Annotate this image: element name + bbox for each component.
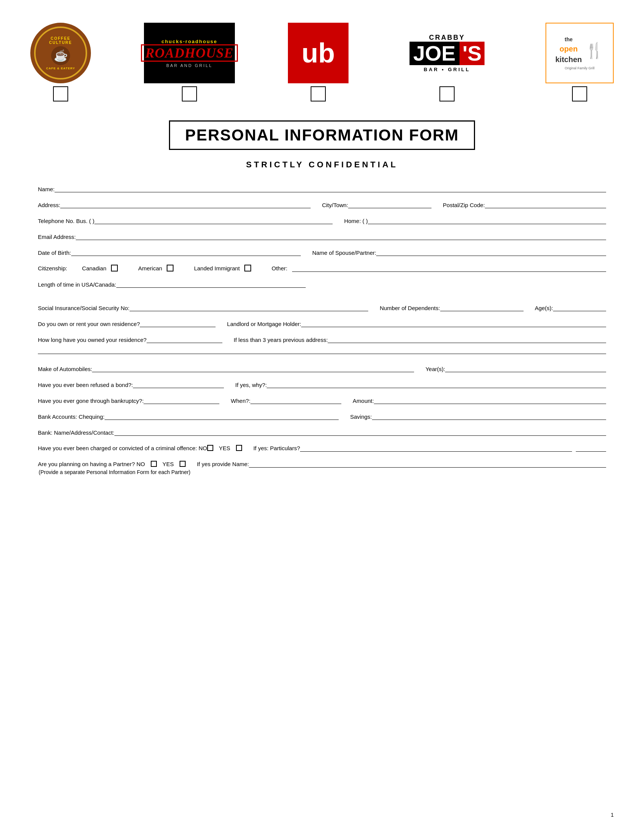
kitchen-kitchen: kitchen [555, 54, 582, 65]
email-label: Email Address: [38, 234, 76, 240]
spouse-field[interactable] [376, 248, 606, 256]
partner-name-field[interactable] [249, 460, 606, 468]
citizenship-label: Citizenship: [38, 265, 68, 272]
bankruptcy-field[interactable] [143, 396, 219, 404]
canadian-checkbox[interactable] [111, 265, 118, 272]
home-label: Home: ( ) [344, 218, 368, 224]
partner-yes-checkbox[interactable] [180, 461, 186, 467]
dob-row: Date of Birth: Name of Spouse/Partner: [38, 248, 606, 256]
landlord-label: Landlord or Mortgage Holder: [227, 321, 301, 327]
logo-block-ub: ub [288, 23, 349, 101]
criminal-particulars-field2[interactable] [576, 444, 606, 452]
coffee-culture-checkbox[interactable] [53, 86, 68, 101]
landed-checkbox[interactable] [244, 265, 251, 272]
other-label: Other: [272, 265, 288, 272]
partner-note: (Provide a separate Personal Information… [38, 469, 606, 475]
ages-label: Age(s): [535, 305, 553, 311]
logo-block-kitchen: the open kitchen 🍴 Original Family Grill [546, 23, 614, 101]
bank-name-row: Bank: Name/Address/Contact: [38, 428, 606, 436]
sin-field[interactable] [130, 304, 369, 311]
spouse-label: Name of Spouse/Partner: [312, 249, 376, 256]
criminal-no-checkbox[interactable] [207, 445, 213, 451]
landlord-field[interactable] [301, 320, 606, 327]
bank-name-field[interactable] [114, 428, 606, 436]
refused-bond-row: Have you ever been refused a bond?: If y… [38, 381, 606, 388]
year-field[interactable] [445, 365, 606, 372]
amount-label: Amount: [353, 397, 374, 404]
sin-label: Social Insurance/Social Security No: [38, 305, 130, 311]
form-section: Name: Address: City/Town: Postal/Zip Cod… [30, 185, 614, 475]
form-title-box: PERSONAL INFORMATION FORM [169, 121, 475, 150]
kitchen-open: open [555, 43, 582, 54]
chucks-top-text: chucks-roadhouse [161, 39, 217, 44]
if-yes-why-label: If yes, why?: [235, 382, 267, 388]
howlong-field[interactable] [147, 336, 222, 343]
logo-block-crabby: CRABBY JOE 'S BAR • GRILL [402, 23, 493, 101]
partner-label: Are you planning on having a Partner? NO [38, 461, 145, 467]
email-field[interactable] [76, 233, 606, 240]
howlong-row: How long have you owned your residence? … [38, 336, 606, 343]
criminal-row: Have you ever been charged or convicted … [38, 444, 606, 452]
when-field[interactable] [250, 396, 341, 404]
bank-chequing-label: Bank Accounts: Chequing: [38, 413, 105, 420]
criminal-yes-label: YES [219, 445, 230, 451]
bankruptcy-row: Have you ever gone through bankruptcy?: … [38, 396, 606, 404]
telephone-row: Telephone No. Bus. ( ) Home: ( ) [38, 217, 606, 224]
own-rent-row: Do you own or rent your own residence? L… [38, 320, 606, 327]
automobiles-label: Make of Automobiles: [38, 366, 92, 372]
if-yes-why-field[interactable] [267, 381, 606, 388]
kitchen-checkbox[interactable] [572, 86, 587, 101]
amount-field[interactable] [374, 396, 606, 404]
partner-row: Are you planning on having a Partner? NO… [38, 460, 606, 475]
automobiles-field[interactable] [92, 365, 414, 372]
name-label: Name: [38, 186, 55, 192]
tel-bus-field[interactable] [94, 217, 333, 224]
ub-checkbox[interactable] [311, 86, 326, 101]
city-field[interactable] [348, 201, 431, 208]
when-label: When?: [231, 397, 250, 404]
refused-bond-label: Have you ever been refused a bond?: [38, 382, 133, 388]
kitchen-icon: 🍴 [585, 42, 604, 60]
crabby-joe-text: JOE [409, 42, 459, 65]
bank-name-label: Bank: Name/Address/Contact: [38, 429, 114, 436]
tel-label: Telephone No. Bus. ( ) [38, 218, 94, 224]
refused-bond-field[interactable] [133, 381, 224, 388]
kitchen-sub: Original Family Grill [565, 66, 595, 70]
chequing-field[interactable] [105, 412, 339, 420]
header-logos: COFFEE CULTURE ☕ CAFE & EATERY chucks-ro… [30, 23, 614, 101]
prev-address-field[interactable] [328, 336, 606, 343]
dependents-field[interactable] [440, 304, 523, 311]
kitchen-the: the [555, 36, 582, 43]
criminal-particulars-field[interactable] [300, 444, 572, 452]
home-field[interactable] [368, 217, 606, 224]
partner-name-label: If yes provide Name: [197, 461, 249, 467]
dob-field[interactable] [71, 248, 301, 256]
criminal-yes-checkbox[interactable] [236, 445, 242, 451]
own-rent-field[interactable] [140, 320, 216, 327]
criminal-particulars-label: If yes: Particulars? [253, 445, 300, 451]
bankruptcy-label: Have you ever gone through bankruptcy?: [38, 397, 143, 404]
chucks-sub-text: BAR AND GRILL [166, 63, 213, 68]
length-field[interactable] [116, 280, 306, 288]
postal-field[interactable] [485, 201, 606, 208]
ages-field[interactable] [553, 304, 606, 311]
ub-logo: ub [288, 23, 349, 83]
american-label: American [138, 265, 162, 272]
automobiles-row: Make of Automobiles: Year(s): [38, 365, 606, 372]
other-field[interactable] [292, 264, 606, 272]
chucks-checkbox[interactable] [182, 86, 197, 101]
crabby-checkbox[interactable] [440, 86, 455, 101]
address-field[interactable] [60, 201, 311, 208]
bank-accounts-row: Bank Accounts: Chequing: Savings: [38, 412, 606, 420]
name-field[interactable] [55, 185, 606, 192]
ub-text: ub [301, 39, 335, 67]
savings-field[interactable] [372, 412, 606, 420]
canadian-label: Canadian [82, 265, 106, 272]
logo-block-coffee: COFFEE CULTURE ☕ CAFE & EATERY [30, 23, 91, 101]
american-checkbox[interactable] [167, 265, 174, 272]
crabby-joes-name: JOE 'S [409, 42, 485, 65]
partner-no-checkbox[interactable] [151, 461, 157, 467]
crabby-bottom: BAR • GRILL [424, 67, 470, 72]
open-kitchen-logo: the open kitchen 🍴 Original Family Grill [546, 23, 614, 83]
form-subtitle: STRICTLY CONFIDENTIAL [30, 160, 614, 170]
